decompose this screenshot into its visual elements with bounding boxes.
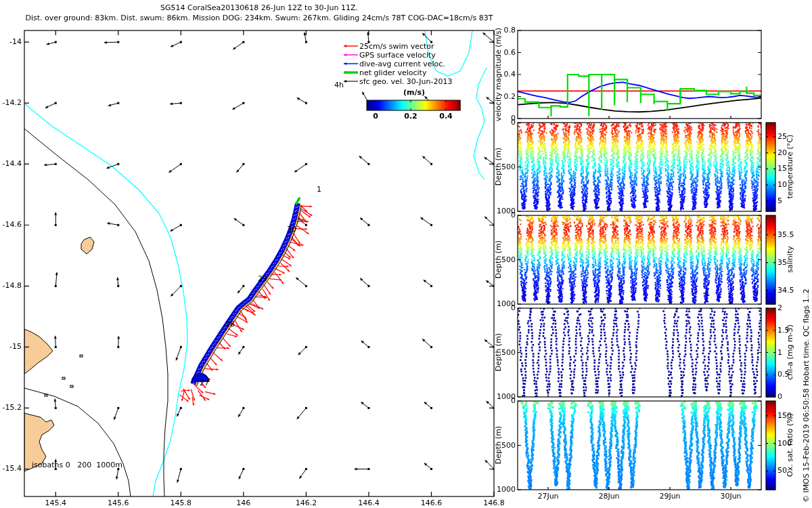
- colorbar-tick-label: 50: [777, 467, 787, 475]
- map-y-tick-label: -14: [9, 38, 22, 46]
- velocity-y-tick-label: 0.2: [504, 93, 516, 101]
- map-y-tick-label: -14.6: [3, 221, 22, 229]
- map-x-tick-label: 145.6: [108, 499, 129, 507]
- map-y-tick-label: -15.2: [3, 404, 22, 412]
- dive-duration-note: 4h: [334, 81, 344, 89]
- imos-watermark: © IMOS 15-Feb-2019 06:50:58 Hobart time.…: [803, 289, 811, 503]
- track-day-label: 29: [258, 275, 267, 283]
- map-colorbar-tick-label: 0.4: [439, 112, 453, 121]
- map-colorbar-tick-label: 0.2: [404, 112, 418, 121]
- legend-item-dive-avg-current: dive-avg current veloc.: [359, 60, 452, 68]
- map-y-tick-label: -15.4: [3, 465, 22, 473]
- map-x-tick-label: 146: [236, 499, 250, 507]
- legend-item-sfc-geo: sfc geo. vel. 30-Jun-2013: [359, 77, 452, 86]
- depth-y-tick-label: 0: [511, 397, 516, 405]
- colorbar-tick-label: 1.5: [777, 326, 790, 335]
- map-x-tick-label: 146.6: [421, 499, 443, 507]
- colorbar-title-salinity: salinity: [786, 246, 794, 272]
- track-day-label: 1: [317, 186, 321, 194]
- depth-y-tick-label: 500: [501, 256, 516, 264]
- date-tick-label: 28Jun: [598, 492, 619, 501]
- date-tick-label: 29Jun: [659, 492, 680, 501]
- velocity-y-axis-label: velocity magnitude (m/s): [495, 28, 503, 121]
- map-x-tick-label: 145.8: [171, 499, 192, 507]
- track-day-label: 28: [225, 320, 235, 329]
- depth-y-tick-label: 500: [501, 163, 516, 171]
- colorbar-tick-label: 35.5: [777, 231, 794, 239]
- colorbar-tick-label: 0.5: [777, 371, 790, 379]
- track-day-label: 30: [287, 226, 296, 234]
- map-x-tick-label: 146.8: [483, 499, 505, 507]
- map-x-tick-label: 145.4: [45, 499, 67, 507]
- velocity-y-tick-label: 0.4: [504, 70, 516, 79]
- map-legend: 25cm/s swim vector GPS surface velocity …: [359, 42, 452, 86]
- colorbar-tick-label: 25: [777, 133, 787, 141]
- colorbar-tick-label: 100: [777, 440, 792, 448]
- legend-item-swim-vector: 25cm/s swim vector: [359, 42, 452, 51]
- map-y-tick-label: -14.2: [3, 99, 22, 107]
- map-y-tick-label: -14.4: [3, 160, 22, 168]
- legend-item-net-glider: net glider velocity: [359, 68, 452, 77]
- depth-y-tick-label: 1000: [497, 486, 516, 494]
- colorbar-tick-label: 1: [777, 349, 782, 357]
- colorbar-tick-label: 10: [777, 181, 787, 189]
- map-x-tick-label: 146.2: [296, 499, 317, 507]
- figure-title-line2: Dist. over ground: 83km. Dist. swum: 86k…: [26, 14, 493, 22]
- depth-y-tick-label: 500: [501, 442, 516, 450]
- depth-y-tick-label: 500: [501, 349, 516, 357]
- colorbar-tick-label: 34.5: [777, 287, 794, 295]
- colorbar-tick-label: 20: [777, 149, 787, 157]
- depth-y-tick-label: 0: [511, 211, 516, 219]
- velocity-y-tick-label: 0.8: [504, 26, 516, 35]
- colorbar-tick-label: 150: [777, 412, 792, 420]
- map-colorbar-tick-label: 0: [373, 112, 378, 121]
- figure-title-line1: SG514 CoralSea20130618 26-Jun 12Z to 30-…: [160, 4, 358, 12]
- figure: SG514 CoralSea20130618 26-Jun 12Z to 30-…: [0, 0, 812, 508]
- colorbar-tick-label: 5: [777, 197, 782, 205]
- map-colorbar-title: (m/s): [403, 89, 425, 97]
- map-y-tick-label: -14.8: [3, 282, 22, 290]
- colorbar-tick-label: 35: [777, 259, 787, 267]
- date-tick-label: 30Jun: [720, 492, 741, 501]
- map-y-tick-label: -15: [9, 343, 22, 351]
- depth-y-tick-label: 0: [511, 304, 516, 312]
- colorbar-tick-label: 15: [777, 165, 787, 173]
- map-x-tick-label: 146.4: [358, 499, 380, 507]
- isobaths-note: isobaths 0 200 1000m: [32, 461, 122, 469]
- colorbar-title-temperature: temperature (°C): [786, 135, 794, 198]
- velocity-y-tick-label: 0.6: [504, 49, 516, 57]
- depth-y-tick-label: 0: [511, 119, 516, 127]
- legend-item-gps-velocity: GPS surface velocity: [359, 51, 452, 60]
- colorbar-tick-label: 2: [777, 304, 782, 312]
- date-tick-label: 27Jun: [537, 492, 558, 501]
- track-day-label: 27: [200, 379, 209, 387]
- colorbar-tick-label: 0: [777, 393, 782, 401]
